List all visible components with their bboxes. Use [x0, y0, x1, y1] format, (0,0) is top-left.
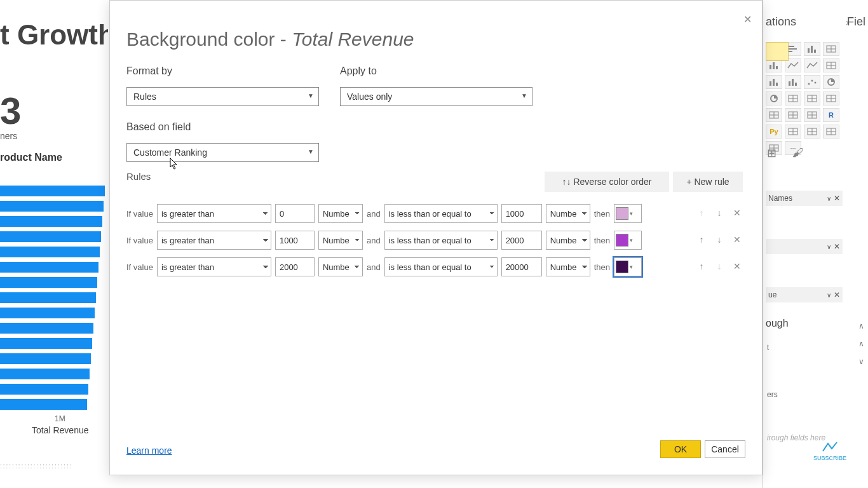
viz-r-icon[interactable]: R	[823, 108, 839, 122]
svg-rect-4	[788, 48, 797, 50]
svg-rect-7	[811, 46, 813, 53]
delete-rule-icon[interactable]: ✕	[731, 208, 743, 219]
min-type-select[interactable]: Number	[318, 204, 363, 223]
svg-rect-22	[792, 79, 794, 86]
bar	[0, 231, 101, 242]
field-well-row[interactable]: Names ∨✕	[766, 191, 843, 206]
delete-rule-icon[interactable]: ✕	[731, 234, 743, 246]
based-on-field-select[interactable]: Customer Ranking	[126, 143, 319, 162]
max-operator-select[interactable]: is less than or equal to	[384, 257, 498, 276]
fields-header: Fiel	[847, 15, 865, 29]
card-value: 3	[0, 89, 21, 133]
color-picker-button[interactable]: ▾	[614, 204, 642, 223]
color-picker-button[interactable]: ▾	[614, 257, 642, 276]
max-type-select[interactable]: Number	[546, 231, 590, 250]
x-axis-title: Total Revenue	[32, 425, 89, 435]
visualizations-header-text: ations	[766, 15, 796, 29]
viz-donut-icon[interactable]	[766, 92, 782, 105]
expand-toggle-icon[interactable]: ∧	[858, 339, 864, 348]
field-well-row[interactable]: ue ∨✕	[766, 287, 843, 302]
format-tools: ⊞ 🖌	[767, 146, 806, 160]
remove-field-icon[interactable]: ✕	[834, 242, 840, 251]
svg-rect-19	[773, 79, 775, 86]
viz-matrix-icon[interactable]	[766, 42, 789, 61]
min-value-input[interactable]	[275, 204, 315, 223]
viz-arcgis-icon[interactable]	[823, 125, 839, 139]
reverse-color-order-button[interactable]: ↑↓ Reverse color order	[545, 172, 669, 192]
ok-button[interactable]: OK	[660, 440, 701, 458]
visualization-gallery: RPy···	[763, 39, 846, 158]
viz-line-col-icon[interactable]	[785, 75, 801, 89]
bar	[0, 353, 91, 364]
move-up-icon[interactable]: ↑	[696, 261, 707, 273]
viz-funnel-icon[interactable]	[804, 92, 820, 105]
format-by-select[interactable]: Rules	[126, 87, 319, 106]
viz-kpi-icon[interactable]	[785, 108, 801, 122]
max-type-select[interactable]: Number	[546, 257, 590, 276]
viz-area-icon[interactable]	[804, 58, 820, 72]
chevron-down-icon[interactable]: ∨	[827, 195, 831, 202]
remove-field-icon[interactable]: ✕	[834, 194, 840, 203]
delete-rule-icon[interactable]: ✕	[731, 261, 743, 273]
move-up-icon[interactable]: ↑	[696, 234, 707, 246]
bar	[0, 399, 87, 410]
expand-toggle-icon[interactable]: ∧	[858, 322, 864, 330]
viz-slicer-icon[interactable]	[804, 108, 820, 122]
max-operator-select[interactable]: is less than or equal to	[384, 231, 498, 250]
color-picker-button[interactable]: ▾	[614, 231, 642, 250]
viz-py-icon[interactable]: Py	[766, 125, 782, 139]
min-type-select[interactable]: Number	[318, 257, 363, 276]
chevron-down-icon[interactable]: ∨	[827, 243, 831, 250]
max-value-input[interactable]	[501, 257, 542, 276]
remove-field-icon[interactable]: ✕	[834, 290, 840, 299]
cancel-button[interactable]: Cancel	[705, 440, 745, 458]
viz-pie-icon[interactable]	[823, 75, 839, 89]
then-label: then	[594, 209, 610, 219]
conditional-formatting-dialog: ✕ Background color - Total Revenue Forma…	[109, 0, 763, 475]
viz-scatter-icon[interactable]	[804, 75, 820, 89]
visualizations-header: ations ›	[763, 15, 849, 29]
rule-row: If valueis greater thanNumberandis less …	[126, 229, 743, 251]
viz-card-icon[interactable]	[766, 108, 782, 122]
bar	[0, 247, 100, 257]
field-well-label: ue	[768, 290, 776, 299]
viz-stacked-col-icon[interactable]	[804, 42, 820, 56]
viz-table-icon[interactable]	[823, 42, 839, 56]
new-rule-button[interactable]: + New rule	[673, 172, 743, 192]
svg-rect-23	[795, 83, 797, 86]
viz-filled-map-icon[interactable]	[804, 125, 820, 139]
min-operator-select[interactable]: is greater than	[157, 204, 271, 223]
move-up-icon: ↑	[696, 208, 707, 219]
learn-more-link[interactable]: Learn more	[126, 445, 172, 456]
viz-ribbon-icon[interactable]	[823, 58, 839, 72]
viz-waterfall-icon[interactable]	[766, 75, 782, 89]
bar	[0, 186, 105, 196]
move-down-icon[interactable]: ↓	[714, 234, 725, 246]
move-down-icon[interactable]: ↓	[714, 208, 725, 219]
max-type-select[interactable]: Number	[546, 204, 590, 223]
format-tab-icon[interactable]: 🖌	[792, 146, 806, 160]
min-operator-select[interactable]: is greater than	[157, 257, 271, 276]
close-icon[interactable]: ✕	[743, 13, 752, 25]
chevron-down-icon[interactable]: ∨	[827, 292, 831, 299]
min-operator-select[interactable]: is greater than	[157, 231, 271, 250]
rules-section-label: Rules	[126, 171, 151, 182]
min-value-input[interactable]	[275, 257, 315, 276]
apply-to-label: Apply to	[340, 65, 377, 77]
viz-treemap-icon[interactable]	[785, 92, 801, 105]
svg-rect-20	[776, 83, 778, 86]
viz-map-icon[interactable]	[785, 125, 801, 139]
then-label: then	[594, 236, 610, 245]
fields-tab-icon[interactable]: ⊞	[767, 146, 781, 160]
min-value-input[interactable]	[275, 231, 315, 250]
apply-to-select[interactable]: Values only	[340, 87, 532, 106]
field-well-row[interactable]: ∨✕	[766, 239, 843, 254]
max-value-input[interactable]	[501, 231, 542, 250]
viz-gauge-icon[interactable]	[823, 92, 839, 105]
max-value-input[interactable]	[501, 204, 542, 223]
expand-toggle-icon[interactable]: ∨	[858, 357, 864, 366]
max-operator-select[interactable]: is less than or equal to	[384, 204, 498, 223]
min-type-select[interactable]: Number	[318, 231, 363, 250]
card-label: ners	[0, 131, 17, 141]
bar	[0, 216, 102, 227]
